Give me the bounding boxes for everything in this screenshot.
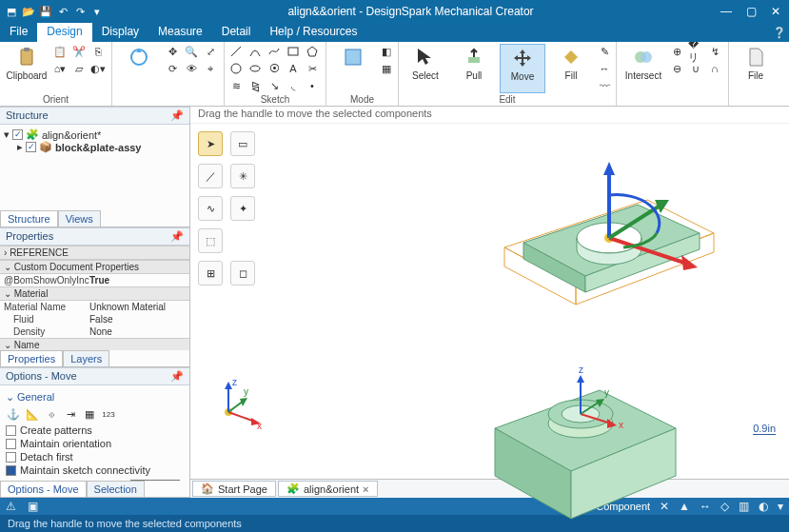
pattern-tool-icon[interactable]: ⊞ bbox=[198, 261, 223, 286]
combine-icon[interactable]: ⊕ bbox=[669, 44, 684, 59]
expand-icon[interactable]: ▸ bbox=[17, 141, 23, 153]
tab-layers[interactable]: Layers bbox=[63, 350, 109, 366]
persp-icon[interactable]: ▥ bbox=[739, 500, 749, 513]
expand-icon[interactable]: › bbox=[4, 247, 7, 258]
opt-ruler-icon[interactable]: 📐 bbox=[25, 406, 40, 422]
tab-display[interactable]: Display bbox=[92, 23, 148, 42]
axis-icon[interactable]: ↔ bbox=[700, 500, 711, 513]
camera-icon[interactable]: ⌖ bbox=[203, 61, 218, 76]
home-icon[interactable]: ⌂▾ bbox=[52, 61, 68, 76]
tab-properties[interactable]: Properties bbox=[0, 350, 63, 366]
curve-tool-icon[interactable]: ∿ bbox=[198, 196, 223, 221]
fill-button[interactable]: Fill bbox=[548, 44, 594, 93]
look-icon[interactable]: 👁 bbox=[184, 61, 199, 76]
line-icon[interactable] bbox=[228, 44, 244, 59]
misc-tool-icon[interactable]: ◻ bbox=[230, 261, 255, 286]
prop-matname-val[interactable]: Unknown Material bbox=[86, 301, 189, 313]
mode-button[interactable] bbox=[330, 44, 376, 93]
arc-icon[interactable] bbox=[247, 44, 263, 59]
open-icon[interactable]: 📂 bbox=[21, 4, 36, 19]
poly-icon[interactable] bbox=[305, 44, 320, 59]
intersect-button[interactable]: Intersect bbox=[621, 44, 666, 93]
fillet-icon[interactable]: ◟ bbox=[286, 78, 301, 93]
rotate-icon[interactable]: ⟳ bbox=[165, 61, 180, 76]
prop-density-val[interactable]: None bbox=[86, 325, 189, 338]
save-icon[interactable]: 💾 bbox=[38, 4, 53, 19]
opt-upto-icon[interactable]: ⇥ bbox=[63, 406, 78, 422]
model-bottom[interactable]: z x y bbox=[457, 333, 704, 523]
opt-maintain-orient[interactable]: Maintain orientation bbox=[6, 438, 184, 449]
ellipse-icon[interactable] bbox=[247, 61, 263, 76]
collapse-icon[interactable]: ⌄ bbox=[6, 391, 14, 403]
shade-icon[interactable]: ◐ bbox=[759, 500, 768, 513]
undo-icon[interactable]: ↶ bbox=[55, 4, 70, 19]
doc-tab-start[interactable]: 🏠Start Page bbox=[192, 481, 276, 497]
expand-icon[interactable]: ▾ bbox=[4, 128, 10, 141]
offset-icon[interactable]: ≋ bbox=[228, 78, 244, 93]
axis-tool-icon[interactable]: ✳ bbox=[230, 164, 255, 188]
close-button[interactable]: ✕ bbox=[766, 5, 785, 18]
triad-tool-icon[interactable]: ✦ bbox=[230, 196, 255, 221]
diff-icon[interactable]: ⊖ bbox=[669, 61, 684, 76]
qat-dropdown-icon[interactable]: ▾ bbox=[89, 4, 105, 19]
opt-create-patterns[interactable]: Create patterns bbox=[6, 424, 184, 436]
grid-icon[interactable]: ▲ bbox=[679, 500, 690, 513]
model-top[interactable] bbox=[466, 143, 742, 314]
close-tab-icon[interactable]: × bbox=[363, 483, 368, 495]
copy-icon[interactable]: ⎘ bbox=[90, 44, 106, 59]
cursor-tool-icon[interactable]: ➤ bbox=[198, 131, 223, 156]
prop-bom-val[interactable]: True bbox=[89, 275, 109, 286]
component-tool-icon[interactable]: ⬚ bbox=[198, 228, 223, 253]
warn-icon[interactable]: ⚠ bbox=[6, 500, 16, 513]
mode2d-icon[interactable]: ▦ bbox=[379, 61, 394, 76]
tab-structure[interactable]: Structure bbox=[0, 210, 58, 227]
opt-dim-icon[interactable]: 123 bbox=[101, 406, 116, 422]
cut-icon[interactable]: ✂️ bbox=[71, 44, 87, 59]
more-icon[interactable]: ▾ bbox=[778, 500, 783, 513]
opt-fulcrum-icon[interactable]: ⟐ bbox=[44, 406, 59, 422]
tab-options-move[interactable]: Options - Move bbox=[0, 481, 87, 497]
rect-icon[interactable] bbox=[286, 44, 301, 59]
bend-icon[interactable]: 〰 bbox=[597, 78, 612, 93]
maximize-button[interactable]: ▢ bbox=[741, 5, 760, 18]
file-insert-button[interactable]: File bbox=[733, 44, 779, 93]
select-button[interactable]: Select bbox=[403, 44, 448, 93]
view-triad[interactable]: z x y bbox=[209, 374, 266, 431]
union-icon[interactable]: ∪ bbox=[688, 61, 703, 76]
tab-views[interactable]: Views bbox=[58, 210, 101, 227]
project-icon[interactable]: ↘ bbox=[266, 78, 282, 93]
tree-root[interactable]: ▾ 🧩 align&orient* bbox=[4, 128, 186, 141]
pull-button[interactable]: Pull bbox=[451, 44, 497, 93]
tab-design[interactable]: Design bbox=[37, 23, 91, 42]
view-icon[interactable]: ◐▾ bbox=[90, 61, 106, 76]
mirror-icon[interactable]: ⧎ bbox=[247, 78, 263, 93]
tab-file[interactable]: File bbox=[0, 23, 37, 42]
opt-anchor-icon[interactable]: ⚓ bbox=[6, 406, 21, 422]
paste-icon[interactable]: 📋 bbox=[52, 44, 68, 59]
minimize-button[interactable]: — bbox=[717, 5, 736, 18]
help-icon[interactable]: ❔ bbox=[770, 23, 789, 42]
box-select-icon[interactable]: ▭ bbox=[230, 131, 255, 156]
pan-icon[interactable]: ✥ bbox=[165, 44, 180, 59]
snap-icon[interactable]: ✕ bbox=[660, 500, 669, 513]
tab-measure[interactable]: Measure bbox=[148, 23, 212, 42]
tree-child[interactable]: ▸ 📦 block&plate-assy bbox=[4, 141, 186, 153]
pin-icon[interactable]: 📌 bbox=[170, 370, 184, 383]
doc-tab-model[interactable]: 🧩align&orient× bbox=[278, 481, 378, 497]
text-icon[interactable]: A bbox=[286, 61, 301, 76]
replace-icon[interactable]: ↔ bbox=[597, 61, 612, 76]
structure-tree[interactable]: ▾ 🧩 align&orient* ▸ 📦 block&plate-assy bbox=[0, 125, 189, 210]
circle-icon[interactable] bbox=[228, 61, 244, 76]
plane-icon[interactable]: ◇ bbox=[720, 500, 729, 513]
pin-icon[interactable]: 📌 bbox=[170, 109, 184, 122]
split-icon[interactable]: �リ bbox=[688, 44, 703, 59]
tweak-icon[interactable]: ✎ bbox=[597, 44, 612, 59]
pin-icon[interactable]: 📌 bbox=[170, 230, 184, 243]
checkbox-icon[interactable] bbox=[12, 129, 23, 140]
collapse-icon[interactable]: ⌄ bbox=[4, 340, 11, 350]
mode3d-icon[interactable]: ◧ bbox=[379, 44, 394, 59]
spin-button[interactable] bbox=[116, 44, 162, 93]
tab-detail[interactable]: Detail bbox=[212, 23, 261, 42]
clipboard-button[interactable]: Clipboard bbox=[4, 44, 49, 93]
opt-maintain-sketch[interactable]: Maintain sketch connectivity bbox=[6, 464, 184, 476]
